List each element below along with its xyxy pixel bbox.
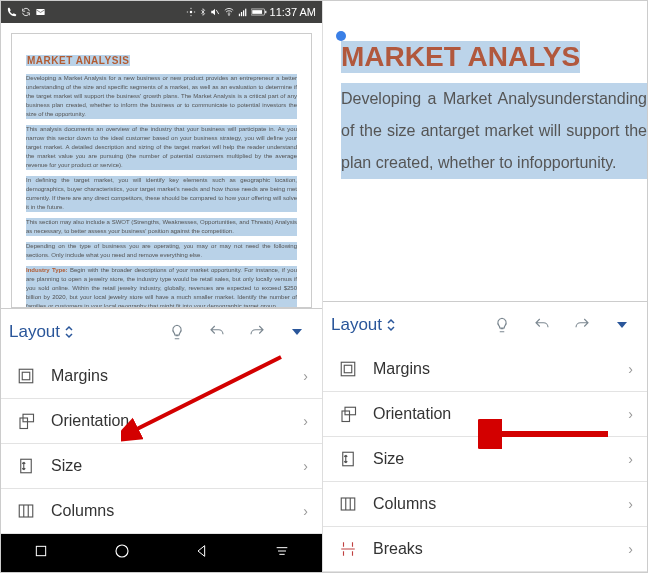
- document-preview-zoom[interactable]: MARKET ANALYS Developing a Market Analys…: [323, 1, 647, 301]
- menu-margins[interactable]: Margins ›: [1, 354, 322, 399]
- chevron-right-icon: ›: [303, 413, 308, 429]
- menu-label: Size: [373, 450, 404, 468]
- nav-menu-icon[interactable]: [274, 543, 290, 563]
- svg-point-1: [189, 11, 192, 14]
- svg-rect-25: [341, 362, 355, 376]
- nav-back-icon[interactable]: [194, 543, 210, 563]
- svg-rect-13: [20, 418, 28, 429]
- android-nav-bar: [1, 534, 322, 572]
- collapse-icon[interactable]: [605, 318, 639, 332]
- signal-icon: [238, 7, 248, 17]
- svg-rect-16: [19, 505, 33, 517]
- menu-label: Columns: [373, 495, 436, 513]
- orientation-icon: [15, 412, 37, 430]
- status-bar: 11:37 AM: [1, 1, 322, 23]
- menu-label: Orientation: [373, 405, 451, 423]
- redo-icon[interactable]: [240, 323, 274, 341]
- selection-handle[interactable]: [336, 31, 346, 41]
- menu-size[interactable]: Size ›: [1, 444, 322, 489]
- svg-line-2: [216, 10, 219, 14]
- svg-point-20: [116, 545, 128, 557]
- layout-menu: Margins › Orientation › Size › Columns ›: [1, 354, 322, 534]
- menu-margins[interactable]: Margins ›: [323, 347, 647, 392]
- size-icon: [337, 450, 359, 468]
- svg-rect-29: [343, 452, 354, 466]
- chevron-right-icon: ›: [303, 368, 308, 384]
- size-icon: [15, 457, 37, 475]
- doc-paragraph: Developing a Market Analysis for a new b…: [26, 74, 297, 119]
- updown-icon: [64, 325, 74, 339]
- chevron-right-icon: ›: [628, 361, 633, 377]
- svg-rect-19: [36, 546, 45, 555]
- wifi-icon: [223, 7, 235, 17]
- phone-screenshot-small: 11:37 AM MARKET ANALYSIS Developing a Ma…: [1, 1, 323, 572]
- chevron-right-icon: ›: [628, 451, 633, 467]
- updown-icon: [386, 318, 396, 332]
- menu-columns[interactable]: Columns ›: [323, 482, 647, 527]
- svg-rect-4: [238, 14, 239, 17]
- svg-rect-0: [36, 9, 44, 15]
- document-preview[interactable]: MARKET ANALYSIS Developing a Market Anal…: [1, 23, 322, 308]
- chevron-right-icon: ›: [303, 458, 308, 474]
- svg-rect-27: [342, 411, 350, 422]
- menu-label: Size: [51, 457, 82, 475]
- doc-paragraph: Depending on the type of business you ar…: [26, 242, 297, 260]
- doc-paragraph: Industry Type: Begin with the broader de…: [26, 266, 297, 308]
- svg-rect-30: [341, 498, 355, 510]
- layout-toolbar: Layout: [323, 301, 647, 347]
- doc-title: MARKET ANALYSIS: [26, 55, 130, 66]
- battery-icon: [251, 7, 267, 17]
- menu-label: Orientation: [51, 412, 129, 430]
- document-page: MARKET ANALYSIS Developing a Market Anal…: [11, 33, 312, 308]
- status-time: 11:37 AM: [270, 6, 316, 18]
- layout-menu: Margins › Orientation › Size › Columns ›…: [323, 347, 647, 572]
- margins-icon: [337, 360, 359, 378]
- margins-icon: [15, 367, 37, 385]
- svg-rect-12: [22, 372, 30, 380]
- menu-columns[interactable]: Columns ›: [1, 489, 322, 534]
- doc-paragraph: This analysis documents an overview of t…: [26, 125, 297, 170]
- layout-dropdown[interactable]: Layout: [331, 315, 396, 335]
- chevron-right-icon: ›: [303, 503, 308, 519]
- phone-icon: [7, 7, 17, 17]
- sync-icon: [21, 7, 31, 17]
- undo-icon[interactable]: [200, 323, 234, 341]
- lightbulb-icon[interactable]: [485, 316, 519, 334]
- menu-breaks[interactable]: Breaks ›: [323, 527, 647, 572]
- menu-label: Margins: [373, 360, 430, 378]
- svg-rect-9: [252, 10, 262, 14]
- undo-icon[interactable]: [525, 316, 559, 334]
- svg-rect-15: [21, 459, 32, 473]
- lightbulb-icon[interactable]: [160, 323, 194, 341]
- orientation-icon: [337, 405, 359, 423]
- menu-orientation[interactable]: Orientation ›: [1, 399, 322, 444]
- nav-home-icon[interactable]: [113, 542, 131, 564]
- svg-point-3: [228, 15, 229, 16]
- svg-rect-5: [240, 12, 241, 16]
- svg-rect-6: [243, 10, 244, 16]
- mail-icon: [35, 7, 46, 17]
- svg-rect-7: [245, 9, 246, 17]
- collapse-icon[interactable]: [280, 325, 314, 339]
- menu-size[interactable]: Size ›: [323, 437, 647, 482]
- layout-toolbar: Layout: [1, 308, 322, 354]
- menu-label: Margins: [51, 367, 108, 385]
- doc-title-zoom: MARKET ANALYS: [341, 41, 580, 73]
- chevron-right-icon: ›: [628, 406, 633, 422]
- phone-screenshot-zoom: MARKET ANALYS Developing a Market Analys…: [323, 1, 647, 572]
- doc-paragraph: In defining the target market, you will …: [26, 176, 297, 212]
- layout-dropdown[interactable]: Layout: [9, 322, 74, 342]
- menu-orientation[interactable]: Orientation ›: [323, 392, 647, 437]
- svg-rect-10: [265, 11, 266, 13]
- svg-rect-26: [344, 365, 352, 373]
- redo-icon[interactable]: [565, 316, 599, 334]
- menu-label: Columns: [51, 502, 114, 520]
- chevron-right-icon: ›: [628, 541, 633, 557]
- svg-rect-11: [19, 369, 33, 383]
- doc-paragraph-zoom: Developing a Market Analysunderstanding …: [341, 83, 647, 179]
- bluetooth-icon: [199, 7, 207, 17]
- breaks-icon: [337, 540, 359, 558]
- nav-recent-icon[interactable]: [33, 543, 49, 563]
- chevron-right-icon: ›: [628, 496, 633, 512]
- columns-icon: [15, 502, 37, 520]
